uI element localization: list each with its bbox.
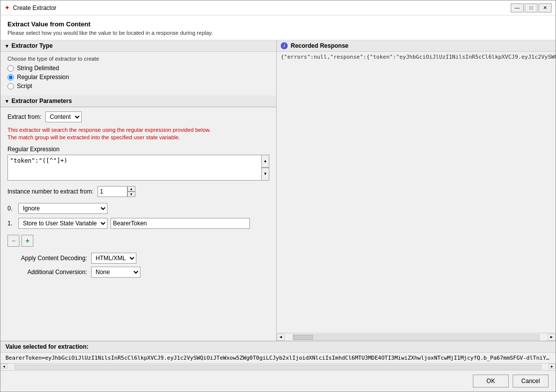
ok-button[interactable]: OK <box>473 375 509 388</box>
content-decoding-label: Apply Content Decoding: <box>7 255 87 262</box>
response-content: {"errors":null,"response":{"token":"eyJh… <box>277 52 556 333</box>
window-icon: ✦ <box>4 4 10 11</box>
group-1-index: 1. <box>7 220 15 227</box>
radio-string-delimited-label: String Delimited <box>17 65 59 72</box>
hscroll-track <box>293 334 540 340</box>
radio-script-label: Script <box>17 83 32 90</box>
value-content: BearerToken=eyJhbGciOiJlUzI1NilsInR5cCl6… <box>0 353 556 364</box>
info-icon: i <box>281 42 288 49</box>
value-text: BearerToken=eyJhbGciOiJlUzI1NilsInR5cCl6… <box>5 355 556 361</box>
extractor-params-section: ▼ Extractor Parameters Extract from: Con… <box>0 96 276 285</box>
response-text: {"errors":null,"response":{"token":"eyJh… <box>281 54 556 60</box>
cancel-button[interactable]: Cancel <box>513 375 549 388</box>
info-line1: This extractor will search the response … <box>7 127 211 133</box>
add-remove-row: − + <box>7 235 269 247</box>
regex-input-wrap: "token":"([^"]+) ▲ ▼ <box>7 155 269 182</box>
extract-from-select[interactable]: Content Header <box>45 111 82 122</box>
value-selected-label: Value selected for extraction: <box>5 343 89 350</box>
content-decoding-select[interactable]: HTML/XML None URL <box>91 253 136 264</box>
value-header: Value selected for extraction: <box>0 341 556 353</box>
instance-spinner-up[interactable]: ▲ <box>127 186 135 192</box>
dialog-subtitle: Please select how you would like the val… <box>7 30 549 36</box>
group-1-action-select[interactable]: Ignore Store to User State Variable <box>18 218 108 229</box>
extract-from-row: Extract from: Content Header <box>7 111 269 122</box>
extractor-params-body: Extract from: Content Header This extrac… <box>0 107 276 285</box>
conversion-select[interactable]: None URL Encode URL Decode <box>91 267 140 278</box>
bottom-section: Value selected for extraction: BearerTok… <box>0 341 556 371</box>
extractor-type-body: Choose the type of extractor to create S… <box>0 52 276 96</box>
apply-content-decoding-row: Apply Content Decoding: HTML/XML None UR… <box>7 253 269 264</box>
radio-regular-expression[interactable]: Regular Expression <box>7 74 269 81</box>
window-title: Create Extractor <box>13 4 56 11</box>
left-panel: ▼ Extractor Type Choose the type of extr… <box>0 40 277 341</box>
instance-spinner: ▲ ▼ <box>127 186 135 197</box>
dialog-header: Extract Value from Content Please select… <box>0 15 556 40</box>
extractor-type-header: ▼ Extractor Type <box>0 40 276 52</box>
group-0-action-select[interactable]: Ignore Store to User State Variable <box>18 203 108 214</box>
radio-regular-expression-input[interactable] <box>7 74 14 81</box>
right-panel-title: Recorded Response <box>291 42 348 49</box>
dialog-footer: OK Cancel <box>0 371 556 392</box>
maximize-button[interactable]: □ <box>525 3 538 12</box>
title-bar-buttons: — □ ✕ <box>511 3 552 12</box>
regex-scroll-down-button[interactable]: ▼ <box>261 168 269 181</box>
radio-string-delimited-input[interactable] <box>7 65 14 72</box>
info-text: This extractor will search the response … <box>7 126 269 142</box>
vscroll-right-button[interactable]: ► <box>549 364 556 369</box>
vscroll-track <box>14 365 542 370</box>
match-groups: 0. Ignore Store to User State Variable 1… <box>7 203 269 229</box>
right-horizontal-scrollbar[interactable]: ◄ ► <box>277 333 556 341</box>
match-group-0: 0. Ignore Store to User State Variable <box>7 203 269 214</box>
vscroll-left-button[interactable]: ◄ <box>0 364 7 369</box>
collapse-arrow-icon: ▼ <box>4 43 9 49</box>
radio-script[interactable]: Script <box>7 83 269 90</box>
extractor-params-title: Extractor Parameters <box>11 98 72 104</box>
regex-label: Regular Expression <box>7 146 269 153</box>
hscroll-right-button[interactable]: ► <box>548 334 556 341</box>
value-scrollbar[interactable]: ◄ ► <box>0 364 556 371</box>
main-window: ✦ Create Extractor — □ ✕ Extract Value f… <box>0 0 556 392</box>
info-line2: The match group will be extracted into t… <box>7 134 180 140</box>
extractor-params-header: ▼ Extractor Parameters <box>0 96 276 107</box>
title-bar: ✦ Create Extractor — □ ✕ <box>0 0 556 15</box>
minimize-button[interactable]: — <box>511 3 524 12</box>
regex-input[interactable]: "token":"([^"]+) <box>7 155 269 181</box>
add-group-button[interactable]: + <box>21 235 33 247</box>
instance-spinner-down[interactable]: ▼ <box>127 192 135 197</box>
radio-script-input[interactable] <box>7 83 14 90</box>
instance-row: Instance number to extract from: ▲ ▼ <box>7 186 269 197</box>
additional-conversion-row: Additional Conversion: None URL Encode U… <box>7 267 269 278</box>
close-button[interactable]: ✕ <box>539 3 552 12</box>
dialog-title: Extract Value from Content <box>7 20 549 28</box>
extractor-type-section: ▼ Extractor Type Choose the type of extr… <box>0 40 276 96</box>
group-0-index: 0. <box>7 205 15 212</box>
content-area: ▼ Extractor Type Choose the type of extr… <box>0 40 556 341</box>
extract-from-label: Extract from: <box>7 113 41 120</box>
instance-input[interactable] <box>98 186 127 197</box>
remove-group-button[interactable]: − <box>7 235 19 247</box>
radio-regular-expression-label: Regular Expression <box>17 74 69 81</box>
right-panel: i Recorded Response {"errors":null,"resp… <box>277 40 556 341</box>
extractor-type-description: Choose the type of extractor to create <box>7 56 269 62</box>
match-group-1: 1. Ignore Store to User State Variable <box>7 218 269 229</box>
hscroll-thumb <box>293 335 313 340</box>
instance-input-wrap: ▲ ▼ <box>98 186 135 197</box>
conversion-label: Additional Conversion: <box>7 269 87 276</box>
group-1-variable-input[interactable] <box>111 218 250 229</box>
params-collapse-arrow-icon: ▼ <box>4 98 9 104</box>
radio-string-delimited[interactable]: String Delimited <box>7 65 269 72</box>
title-bar-left: ✦ Create Extractor <box>4 4 56 11</box>
hscroll-left-button[interactable]: ◄ <box>277 334 285 341</box>
extractor-type-radio-group: String Delimited Regular Expression Scri… <box>7 65 269 90</box>
extractor-type-title: Extractor Type <box>11 42 53 49</box>
right-panel-header: i Recorded Response <box>277 40 556 52</box>
regex-scroll-up-button[interactable]: ▲ <box>261 155 269 168</box>
instance-label: Instance number to extract from: <box>7 188 94 195</box>
